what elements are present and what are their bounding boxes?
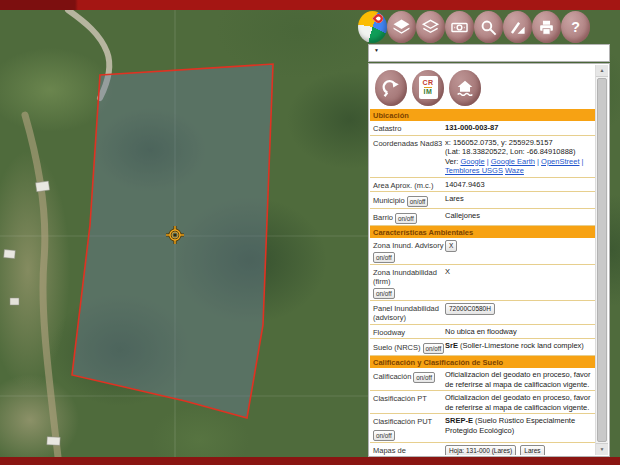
draw-tools-icon[interactable] — [503, 11, 532, 43]
help-icon[interactable]: ? — [561, 11, 590, 43]
search-icon[interactable] — [474, 11, 503, 43]
row-suelo-nrcs: Suelo (NRCS) on/off SrE (Soller-Limeston… — [370, 339, 595, 356]
calificacion-label: Calificación — [373, 372, 411, 382]
municipio-value: Lares — [445, 194, 593, 204]
map-toolbar: ? — [358, 11, 590, 43]
clasificacion-put-code: SREP-E — [445, 416, 473, 425]
row-calificacion: Calificación on/off Oficializacion del g… — [370, 368, 595, 391]
map-pin-icon — [372, 12, 385, 25]
link-waze[interactable]: Waze — [505, 166, 524, 175]
area-label: Area Aprox. (m.c.) — [373, 180, 445, 191]
zona-inund-advisory-label: Zona Inund. Advisory — [373, 241, 445, 251]
barrio-toggle-button[interactable]: on/off — [395, 213, 417, 224]
floodway-value: No ubica en floodway — [445, 327, 593, 337]
row-zona-inundabilidad-firm: Zona Inundabilidad (firm) on/off X — [370, 265, 595, 301]
calificacion-value: Oficializacion del geodato en proceso, f… — [445, 370, 593, 389]
area-value: 14047.9463 — [445, 180, 593, 190]
suelo-nrcs-desc: (Soller-Limestone rock land complex) — [460, 341, 584, 350]
app-window: ? ▼ CR IM — [0, 0, 620, 465]
row-panel-inundabilidad: Panel Inundabilidad (advisory) 72000C058… — [370, 301, 595, 325]
clasificacion-put-toggle-button[interactable]: on/off — [373, 430, 395, 441]
link-google[interactable]: Google — [460, 157, 484, 166]
curved-arrow-icon[interactable] — [375, 70, 407, 106]
catastro-label: Catastro — [373, 123, 445, 134]
row-mapas-calificacion: Mapas de Calificación Hoja: 131-000 (Lar… — [370, 443, 595, 456]
scroll-up-icon[interactable]: ▲ — [596, 65, 608, 77]
panel-scrollbar[interactable]: ▲ ▼ — [595, 65, 608, 455]
dropdown-caret-icon: ▼ — [374, 48, 379, 53]
building — [47, 437, 60, 446]
row-catastro: Catastro 131-000-003-87 — [370, 121, 595, 136]
section-ubicacion: Ubicación — [370, 109, 595, 121]
link-separator: | — [582, 157, 584, 166]
coordenadas-value: x: 156052.0735, y: 255929.5157 (Lat: 18.… — [445, 138, 593, 176]
mapa-lares-button[interactable]: Lares — [520, 445, 544, 456]
municipio-label: Municipio — [373, 196, 405, 206]
municipio-toggle-button[interactable]: on/off — [407, 196, 429, 207]
suelo-nrcs-code: SrE — [445, 341, 458, 350]
flood-house-icon[interactable] — [449, 70, 481, 106]
coordenadas-latlon: (Lat: 18.33820522, Lon: -66.84910888) — [445, 147, 593, 157]
panel-inundabilidad-button[interactable]: 72000C0580H — [445, 303, 495, 315]
mapa-hoja-button[interactable]: Hoja: 131-000 (Lares) — [445, 445, 516, 456]
link-openstreet[interactable]: OpenStreet — [541, 157, 579, 166]
floodway-label: Floodway — [373, 327, 445, 338]
crim-logo: CR IM — [419, 76, 438, 99]
zona-inund-advisory-value-button[interactable]: X — [445, 240, 457, 252]
parcel-panel: CR IM Ubicación Catastro 131-000-003-87 … — [368, 63, 610, 457]
link-temblores-usgs[interactable]: Temblores USGS — [445, 166, 503, 175]
row-coordenadas: Coordenadas Nad83 x: 156052.0735, y: 255… — [370, 136, 595, 178]
dirt-road — [25, 115, 58, 457]
zona-inundabilidad-firm-value: X — [445, 267, 593, 277]
row-barrio: Barrio on/off Callejones — [370, 209, 595, 226]
section-ambientales: Características Ambientales — [370, 226, 595, 238]
scroll-down-icon[interactable]: ▼ — [596, 443, 608, 455]
scrollbar-thumb[interactable] — [597, 78, 607, 442]
row-zona-inund-advisory: Zona Inund. Advisory on/off X — [370, 238, 595, 265]
layers-icon[interactable] — [387, 11, 416, 43]
section-calificacion: Calificación y Clasificación de Suelo — [370, 356, 595, 368]
crim-logo-icon[interactable]: CR IM — [412, 70, 444, 106]
row-clasificacion-put: Clasificación PUT on/off SREP-E (Suelo R… — [370, 414, 595, 443]
clasificacion-pt-value: Oficializacion del geodato en proceso, f… — [445, 393, 593, 412]
money-bill-icon[interactable] — [445, 11, 474, 43]
building — [10, 298, 19, 305]
ver-label: Ver: — [445, 157, 458, 166]
row-clasificacion-pt: Clasificación PT Oficializacion del geod… — [370, 391, 595, 414]
suelo-nrcs-toggle-button[interactable]: on/off — [423, 343, 445, 354]
suelo-nrcs-label: Suelo (NRCS) — [373, 343, 421, 353]
info-panel: ▼ CR IM — [368, 44, 610, 457]
row-floodway: Floodway No ubica en floodway — [370, 325, 595, 340]
coordenadas-links: Ver: Google | Google Earth | OpenStreet … — [445, 157, 593, 176]
clasificacion-put-label: Clasificación PUT — [373, 417, 432, 427]
barrio-value: Callejones — [445, 211, 593, 221]
top-chrome-bar — [0, 0, 620, 10]
link-separator: | — [537, 157, 539, 166]
panel-inundabilidad-label: Panel Inundabilidad (advisory) — [373, 303, 445, 323]
svg-text:?: ? — [571, 19, 580, 35]
clasificacion-pt-label: Clasificación PT — [373, 393, 445, 404]
mapas-calificacion-label: Mapas de Calificación — [373, 445, 445, 456]
zona-inundabilidad-firm-toggle-button[interactable]: on/off — [373, 288, 395, 299]
row-area: Area Aprox. (m.c.) 14047.9463 — [370, 178, 595, 193]
barrio-label: Barrio — [373, 213, 393, 223]
link-separator: | — [487, 157, 489, 166]
building — [36, 181, 50, 192]
catastro-value: 131-000-003-87 — [445, 123, 593, 133]
bottom-chrome-bar — [0, 457, 620, 465]
row-municipio: Municipio on/off Lares — [370, 192, 595, 209]
building — [4, 250, 16, 259]
calificacion-toggle-button[interactable]: on/off — [413, 372, 435, 383]
zona-inund-advisory-toggle-button[interactable]: on/off — [373, 252, 395, 263]
zona-inundabilidad-firm-label: Zona Inundabilidad (firm) — [373, 268, 445, 287]
coordenadas-label: Coordenadas Nad83 — [373, 138, 445, 149]
coordenadas-xy: x: 156052.0735, y: 255929.5157 — [445, 138, 593, 148]
layers-outline-icon[interactable] — [416, 11, 445, 43]
google-maps-icon[interactable] — [358, 11, 387, 43]
panel-dropdown[interactable]: ▼ — [368, 44, 610, 62]
panel-toolbar: CR IM — [370, 65, 595, 109]
link-google-earth[interactable]: Google Earth — [491, 157, 535, 166]
print-icon[interactable] — [532, 11, 561, 43]
